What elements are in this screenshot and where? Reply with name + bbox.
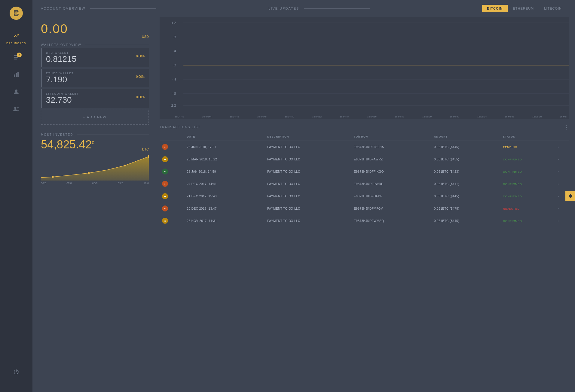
tx-date: 28 JUN 2018, 17:21 — [184, 141, 265, 153]
tx-arrow-cell[interactable]: › — [555, 202, 569, 215]
tx-tofrom: E9873HJKDFWMSQ — [351, 215, 432, 227]
btc-wallet-value: 0.81215 — [46, 54, 76, 64]
table-row: ● 28 JUN 2018, 17:21 PAYMENT TO OX LLC E… — [160, 141, 569, 153]
tx-arrow-cell[interactable]: › — [555, 166, 569, 178]
sidebar-item-team[interactable] — [0, 102, 32, 117]
tx-status-icon: ◆ — [162, 218, 168, 224]
transactions-table-header: DATE DESCRIPTION TO/FROM AMOUNT STATUS — [160, 133, 569, 141]
col-action — [555, 133, 569, 141]
sidebar: DASHBOARD 2 — [0, 0, 32, 392]
account-header-line — [90, 8, 156, 9]
live-updates-header-line — [304, 8, 370, 9]
settings-button[interactable] — [565, 191, 575, 201]
col-icon — [160, 133, 184, 141]
tx-amount: 0.061BTC ($411) — [432, 178, 501, 190]
tx-date: 21 DEC 2017, 15:43 — [184, 190, 265, 202]
transactions-icon: 2 — [13, 54, 19, 62]
live-updates-header: LIVE UPDATES — [268, 7, 370, 10]
tx-status: CONFIRMED — [500, 166, 555, 178]
tab-litecoin[interactable]: LITECOIN — [539, 5, 567, 12]
svg-rect-4 — [14, 57, 18, 58]
tx-tofrom: E9873HJKDFAWRZ — [351, 153, 432, 166]
tx-amount: 0.061BTC ($445) — [432, 190, 501, 202]
tx-detail-arrow[interactable]: › — [558, 145, 559, 149]
sidebar-item-dashboard[interactable]: DASHBOARD — [0, 29, 32, 48]
tx-status: CONFIRMED — [500, 153, 555, 166]
most-invested-line — [77, 135, 149, 135]
svg-text:12: 12 — [171, 21, 176, 25]
live-chart: 12 8 4 0 -4 -8 -12 16:04:42 16:04:44 16:… — [160, 17, 569, 119]
sidebar-item-logout[interactable] — [13, 365, 19, 380]
tx-icon-cell: ◆ — [160, 153, 184, 166]
tx-detail-arrow[interactable]: › — [558, 158, 559, 161]
transactions-section-title: TRANSACTIONS LIST — [160, 126, 204, 129]
most-invested-currency: BTC — [142, 147, 149, 151]
tab-bitcoin[interactable]: BITCOIN — [482, 5, 507, 12]
sidebar-item-profile[interactable] — [0, 85, 32, 100]
svg-point-14 — [88, 172, 90, 174]
tx-status: PENDING — [500, 141, 555, 153]
tx-status: CONFIRMED — [500, 215, 555, 227]
profile-icon — [13, 89, 19, 96]
tx-description: PAYMENT TO OX LLC — [265, 153, 351, 166]
tab-ethereum[interactable]: ETHEREUM — [508, 5, 539, 12]
tx-description: PAYMENT TO OX LLC — [265, 166, 351, 178]
tx-status-icon: ◆ — [162, 156, 168, 162]
transactions-menu-icon[interactable]: ⋮ — [564, 124, 569, 130]
tx-detail-arrow[interactable]: › — [558, 170, 559, 173]
sidebar-item-charts[interactable] — [0, 68, 32, 83]
tx-detail-arrow[interactable]: › — [558, 219, 559, 223]
sidebar-item-transactions[interactable]: 2 — [0, 51, 32, 65]
tx-arrow-cell[interactable]: › — [555, 215, 569, 227]
tx-status-icon: ▼ — [162, 169, 168, 175]
col-date: DATE — [184, 133, 265, 141]
most-invested-chart — [41, 153, 149, 181]
table-row: ◆ 28 MAR 2018, 18:22 PAYMENT TO OX LLC E… — [160, 153, 569, 166]
litecoin-wallet-value: 32.730 — [46, 95, 72, 105]
status-badge: CONFIRMED — [503, 195, 522, 198]
wallets-section: WALLETS OVERVIEW BTC WALLET 0.81215 0.00… — [41, 43, 149, 127]
svg-point-2 — [18, 35, 19, 35]
most-invested-value: 54,825.42€ — [41, 138, 94, 151]
account-overview: 0.00 USD — [41, 22, 149, 38]
tx-detail-arrow[interactable]: › — [558, 207, 559, 210]
tx-arrow-cell[interactable]: › — [555, 153, 569, 166]
tx-icon-cell: ● — [160, 178, 184, 190]
transactions-badge: 2 — [17, 53, 22, 57]
tx-arrow-cell[interactable]: › — [555, 141, 569, 153]
tx-status: CONFIRMED — [500, 178, 555, 190]
tx-status-icon: ● — [162, 205, 168, 211]
col-status: STATUS — [500, 133, 555, 141]
tx-icon-cell: ● — [160, 141, 184, 153]
status-badge: REJECTED — [503, 207, 520, 210]
ether-wallet-card: ETHER WALLET 7.190 0.00% — [41, 69, 149, 87]
tx-detail-arrow[interactable]: › — [558, 182, 559, 186]
tx-detail-arrow[interactable]: › — [558, 195, 559, 198]
add-wallet-button[interactable]: + ADD NEW — [41, 110, 149, 125]
tx-arrow-cell[interactable]: › — [555, 178, 569, 190]
table-row: ▼ 28 JAN 2018, 14:59 PAYMENT TO OX LLC E… — [160, 166, 569, 178]
litecoin-wallet-change: 0.00% — [136, 96, 145, 99]
tx-description: PAYMENT TO OX LLC — [265, 190, 351, 202]
content-area: 0.00 USD WALLETS OVERVIEW BTC WALLET 0.8… — [32, 17, 575, 392]
transactions-header: TRANSACTIONS LIST ⋮ — [160, 124, 569, 130]
tx-date: 20 DEC 2017, 13:47 — [184, 202, 265, 215]
svg-point-15 — [124, 165, 126, 166]
status-badge: CONFIRMED — [503, 220, 522, 223]
chart-time-labels: 06/8 07/8 08/8 09/8 10/8 — [41, 182, 149, 185]
col-amount: AMOUNT — [432, 133, 501, 141]
svg-point-10 — [14, 107, 17, 109]
tx-tofrom: E9873HJKDFPWRE — [351, 178, 432, 190]
btc-wallet-change: 0.00% — [136, 55, 145, 58]
svg-marker-12 — [41, 156, 149, 181]
wallets-section-line — [85, 45, 149, 45]
app-logo[interactable] — [9, 6, 23, 20]
transactions-section: TRANSACTIONS LIST ⋮ DATE DESCRIPTION TO/… — [160, 124, 569, 387]
svg-point-9 — [15, 90, 17, 92]
tx-amount: 0.061BTC ($478) — [432, 202, 501, 215]
svg-text:-4: -4 — [172, 78, 176, 81]
litecoin-wallet-card: LITECOIN WALLET 32.730 0.00% — [41, 89, 149, 108]
tx-amount: 0.061BTC ($455) — [432, 153, 501, 166]
tx-status-icon: ◆ — [162, 193, 168, 199]
ether-wallet-label: ETHER WALLET — [46, 72, 145, 75]
